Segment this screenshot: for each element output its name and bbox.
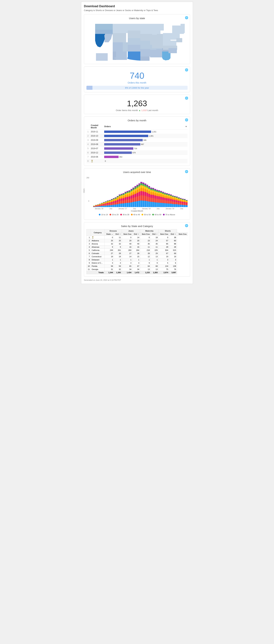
bar-col-10 bbox=[113, 198, 115, 207]
jeans-header: Jeans bbox=[122, 230, 140, 232]
seg-43-3 bbox=[178, 200, 180, 201]
d-ic-1: 25 bbox=[114, 239, 122, 242]
m-ord-3: 11 bbox=[140, 246, 151, 249]
seg-25-3 bbox=[142, 188, 144, 192]
seg-24-1 bbox=[140, 183, 142, 185]
seg-19-5 bbox=[131, 198, 133, 202]
seg-40-5 bbox=[172, 202, 174, 204]
seg-21-6 bbox=[135, 202, 136, 207]
seg-35-3 bbox=[162, 195, 164, 197]
seg-47-6 bbox=[186, 205, 188, 207]
s-ic-7: 3 bbox=[169, 258, 177, 262]
seg-34-6 bbox=[160, 203, 162, 207]
seg-8-4 bbox=[109, 202, 111, 204]
sales-table-wrapper: Category Dresses Jeans Maternity Shorts … bbox=[86, 229, 188, 274]
seg-32-5 bbox=[156, 199, 158, 202]
seg-28-0 bbox=[148, 186, 150, 187]
seg-33-4 bbox=[158, 196, 160, 199]
x-label-2: January '17 bbox=[117, 208, 129, 210]
row-num-sales-7: 8 bbox=[87, 258, 91, 262]
seg-39-6 bbox=[170, 204, 172, 207]
svg-rect-44 bbox=[120, 58, 121, 59]
row-num-1: 2 bbox=[86, 134, 90, 138]
seg-9-4 bbox=[111, 202, 113, 203]
seg-20-3 bbox=[133, 192, 134, 195]
s-ord-10: 75 bbox=[159, 268, 169, 271]
y-tick-labels: 250 0 bbox=[86, 177, 90, 202]
seg-26-3 bbox=[144, 189, 146, 192]
j-ord-4: 260 bbox=[122, 249, 132, 252]
seg-29-1 bbox=[150, 188, 152, 190]
seg-21-2 bbox=[135, 189, 136, 191]
bar-col-20 bbox=[133, 188, 134, 207]
j-ic-header: Item Cou bbox=[140, 232, 151, 236]
j-ord-10: 34 bbox=[122, 268, 132, 271]
dropdown-icon[interactable]: ▾ bbox=[186, 125, 187, 128]
bar-col-38 bbox=[168, 194, 170, 207]
m-ord-header: Ord ▼ bbox=[151, 232, 159, 236]
acquired-chart-wrapper: Users 250 0 January '16JulyJanuary '17Ju… bbox=[86, 175, 188, 217]
row-num-5: 6 bbox=[86, 151, 90, 155]
legend-item-0: 10 to 19 bbox=[99, 214, 108, 216]
bar-col-33 bbox=[158, 190, 160, 207]
seg-39-3 bbox=[170, 197, 172, 199]
y-tick-0: 0 bbox=[88, 200, 89, 202]
seg-24-5 bbox=[140, 195, 142, 200]
map-container bbox=[86, 21, 188, 62]
bar-col-19 bbox=[131, 189, 133, 207]
seg-33-2 bbox=[158, 192, 160, 194]
totals-j-ord: 1,434 bbox=[122, 271, 132, 274]
seg-44-6 bbox=[180, 205, 182, 207]
seg-27-6 bbox=[146, 201, 148, 207]
seg-15-2 bbox=[123, 195, 125, 196]
m-ic-6: 13 bbox=[151, 255, 159, 258]
row-num-3: 4 bbox=[86, 142, 90, 146]
bar-col-43 bbox=[178, 197, 180, 207]
seg-19-2 bbox=[131, 191, 133, 193]
order-items-number: 1,263 bbox=[86, 99, 188, 108]
legend-label-2: 30 to 39 bbox=[123, 214, 129, 216]
row-num-2: 3 bbox=[86, 138, 90, 142]
bar-col-23 bbox=[138, 184, 140, 207]
category-header: Category bbox=[91, 230, 105, 236]
seg-44-5 bbox=[180, 203, 182, 205]
seg-24-2 bbox=[140, 185, 142, 188]
bar-cell-3: 887 bbox=[103, 142, 188, 146]
bar-col-35 bbox=[162, 192, 164, 207]
row-num-7: 8 bbox=[86, 159, 90, 163]
seg-36-4 bbox=[164, 198, 166, 200]
svg-rect-19 bbox=[140, 40, 151, 49]
seg-39-5 bbox=[170, 201, 172, 204]
seg-17-4 bbox=[127, 197, 129, 200]
bar-col-5 bbox=[103, 202, 105, 207]
seg-20-2 bbox=[133, 190, 134, 192]
row-num-sales-1: 2 bbox=[87, 239, 91, 242]
seg-45-6 bbox=[182, 205, 184, 207]
bar-col-42 bbox=[176, 196, 178, 207]
year-bar-container: 6% of 13444 for the year bbox=[86, 86, 188, 90]
seg-24-4 bbox=[140, 191, 142, 195]
s-ic-10: 76 bbox=[169, 268, 177, 271]
seg-37-6 bbox=[166, 203, 168, 207]
seg-38-4 bbox=[168, 198, 170, 201]
state-subheader: State ▲ bbox=[105, 232, 114, 236]
bar-col-14 bbox=[121, 194, 123, 207]
table-row: 2 Alabama 25 25 20 20 23 24 57 60 bbox=[87, 239, 188, 242]
orders-by-month-card: 🌐 Orders by month Created Month Orders ▾… bbox=[84, 116, 190, 166]
s-ord-1: 57 bbox=[159, 239, 169, 242]
d-ord-4: 249 bbox=[105, 249, 114, 252]
seg-10-4 bbox=[113, 201, 115, 203]
seg-31-3 bbox=[154, 193, 156, 196]
bar-col-44 bbox=[180, 198, 182, 207]
seg-24-6 bbox=[140, 200, 142, 207]
bar-col-3 bbox=[99, 204, 101, 207]
seg-44-3 bbox=[180, 200, 182, 201]
seg-26-0 bbox=[144, 184, 146, 185]
svg-rect-12 bbox=[128, 30, 140, 38]
seg-40-3 bbox=[172, 198, 174, 200]
s-ord-2: 85 bbox=[159, 242, 169, 246]
seg-37-4 bbox=[166, 198, 168, 200]
table-row: 6 Colorado 27 28 27 28 28 29 67 69 bbox=[87, 252, 188, 255]
seg-14-4 bbox=[121, 198, 123, 201]
seg-36-6 bbox=[164, 203, 166, 207]
